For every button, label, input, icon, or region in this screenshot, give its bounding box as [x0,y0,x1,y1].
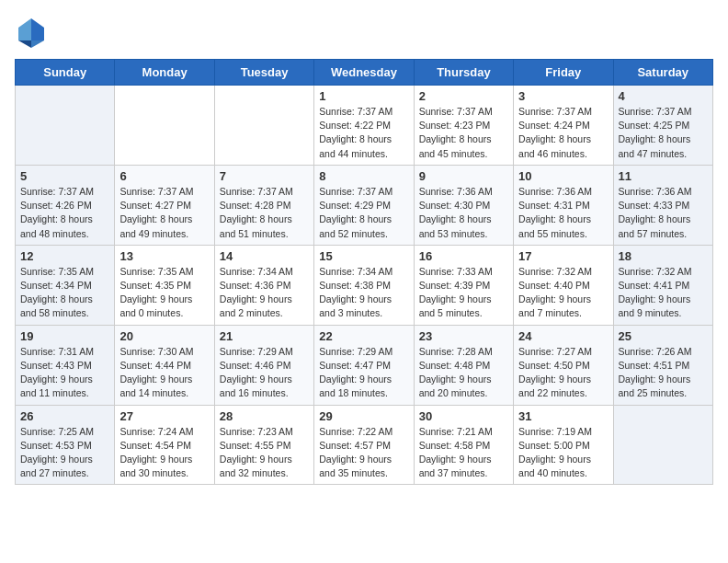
day-info: Sunrise: 7:34 AM Sunset: 4:38 PM Dayligh… [319,265,408,321]
day-info: Sunrise: 7:24 AM Sunset: 4:54 PM Dayligh… [119,425,209,481]
calendar-cell: 28Sunrise: 7:23 AM Sunset: 4:55 PM Dayli… [214,405,313,485]
svg-marker-0 [31,18,44,40]
calendar-cell: 31Sunrise: 7:19 AM Sunset: 5:00 PM Dayli… [514,405,613,485]
day-number: 17 [518,249,608,263]
day-info: Sunrise: 7:37 AM Sunset: 4:23 PM Dayligh… [419,105,508,161]
calendar-cell: 4Sunrise: 7:37 AM Sunset: 4:25 PM Daylig… [613,86,712,166]
day-number: 6 [119,169,209,183]
calendar-cell: 8Sunrise: 7:37 AM Sunset: 4:29 PM Daylig… [314,165,414,245]
day-info: Sunrise: 7:25 AM Sunset: 4:53 PM Dayligh… [20,425,109,481]
calendar-cell: 24Sunrise: 7:27 AM Sunset: 4:50 PM Dayli… [514,325,613,405]
day-number: 30 [419,409,508,423]
svg-marker-1 [18,18,31,40]
day-info: Sunrise: 7:29 AM Sunset: 4:47 PM Dayligh… [319,345,408,401]
day-number: 22 [319,329,408,343]
calendar-cell: 10Sunrise: 7:36 AM Sunset: 4:31 PM Dayli… [514,165,613,245]
day-info: Sunrise: 7:21 AM Sunset: 4:58 PM Dayligh… [419,425,508,481]
svg-marker-2 [18,40,31,48]
column-header-sunday: Sunday [16,60,115,86]
logo-icon [15,15,48,48]
day-number: 18 [619,249,708,263]
day-number: 11 [619,169,708,183]
day-info: Sunrise: 7:37 AM Sunset: 4:22 PM Dayligh… [319,105,408,161]
day-info: Sunrise: 7:36 AM Sunset: 4:33 PM Dayligh… [619,185,708,241]
calendar-cell: 21Sunrise: 7:29 AM Sunset: 4:46 PM Dayli… [214,325,313,405]
day-number: 3 [518,89,608,103]
logo [15,15,51,48]
column-header-wednesday: Wednesday [314,60,414,86]
day-info: Sunrise: 7:37 AM Sunset: 4:28 PM Dayligh… [220,185,309,241]
day-number: 12 [20,249,109,263]
column-header-monday: Monday [115,60,214,86]
day-number: 4 [619,89,708,103]
day-number: 25 [619,329,708,343]
day-info: Sunrise: 7:37 AM Sunset: 4:25 PM Dayligh… [619,105,708,161]
day-number: 8 [319,169,408,183]
calendar-cell: 30Sunrise: 7:21 AM Sunset: 4:58 PM Dayli… [414,405,513,485]
day-number: 15 [319,249,408,263]
calendar-cell: 26Sunrise: 7:25 AM Sunset: 4:53 PM Dayli… [16,405,115,485]
calendar-cell: 16Sunrise: 7:33 AM Sunset: 4:39 PM Dayli… [414,245,513,325]
page-header [15,15,713,48]
calendar-cell: 29Sunrise: 7:22 AM Sunset: 4:57 PM Dayli… [314,405,414,485]
calendar-cell: 1Sunrise: 7:37 AM Sunset: 4:22 PM Daylig… [314,86,414,166]
day-number: 19 [20,329,109,343]
day-number: 21 [220,329,309,343]
calendar-cell: 12Sunrise: 7:35 AM Sunset: 4:34 PM Dayli… [16,245,115,325]
calendar-cell: 22Sunrise: 7:29 AM Sunset: 4:47 PM Dayli… [314,325,414,405]
day-info: Sunrise: 7:32 AM Sunset: 4:40 PM Dayligh… [518,265,608,321]
calendar-cell: 11Sunrise: 7:36 AM Sunset: 4:33 PM Dayli… [613,165,712,245]
day-number: 31 [518,409,608,423]
day-number: 7 [220,169,309,183]
calendar-cell: 20Sunrise: 7:30 AM Sunset: 4:44 PM Dayli… [115,325,214,405]
calendar-cell [613,405,712,485]
calendar-cell: 3Sunrise: 7:37 AM Sunset: 4:24 PM Daylig… [514,86,613,166]
day-info: Sunrise: 7:26 AM Sunset: 4:51 PM Dayligh… [619,345,708,401]
calendar-cell: 14Sunrise: 7:34 AM Sunset: 4:36 PM Dayli… [214,245,313,325]
day-info: Sunrise: 7:37 AM Sunset: 4:24 PM Dayligh… [518,105,608,161]
calendar-cell: 5Sunrise: 7:37 AM Sunset: 4:26 PM Daylig… [16,165,115,245]
calendar-cell: 9Sunrise: 7:36 AM Sunset: 4:30 PM Daylig… [414,165,513,245]
calendar-cell: 15Sunrise: 7:34 AM Sunset: 4:38 PM Dayli… [314,245,414,325]
calendar-table: SundayMondayTuesdayWednesdayThursdayFrid… [15,59,713,485]
day-info: Sunrise: 7:37 AM Sunset: 4:26 PM Dayligh… [20,185,109,241]
day-number: 29 [319,409,408,423]
day-number: 13 [119,249,209,263]
day-info: Sunrise: 7:32 AM Sunset: 4:41 PM Dayligh… [619,265,708,321]
day-info: Sunrise: 7:23 AM Sunset: 4:55 PM Dayligh… [220,425,309,481]
day-info: Sunrise: 7:31 AM Sunset: 4:43 PM Dayligh… [20,345,109,401]
day-info: Sunrise: 7:35 AM Sunset: 4:34 PM Dayligh… [20,265,109,321]
column-header-tuesday: Tuesday [214,60,313,86]
column-header-friday: Friday [514,60,613,86]
day-number: 23 [419,329,508,343]
day-number: 20 [119,329,209,343]
calendar-cell: 18Sunrise: 7:32 AM Sunset: 4:41 PM Dayli… [613,245,712,325]
calendar-cell [115,86,214,166]
calendar-cell: 23Sunrise: 7:28 AM Sunset: 4:48 PM Dayli… [414,325,513,405]
day-info: Sunrise: 7:37 AM Sunset: 4:27 PM Dayligh… [119,185,209,241]
day-number: 9 [419,169,508,183]
column-header-saturday: Saturday [613,60,712,86]
day-number: 10 [518,169,608,183]
week-row-2: 5Sunrise: 7:37 AM Sunset: 4:26 PM Daylig… [16,165,713,245]
day-info: Sunrise: 7:35 AM Sunset: 4:35 PM Dayligh… [119,265,209,321]
day-info: Sunrise: 7:36 AM Sunset: 4:31 PM Dayligh… [518,185,608,241]
day-number: 14 [220,249,309,263]
day-info: Sunrise: 7:33 AM Sunset: 4:39 PM Dayligh… [419,265,508,321]
calendar-cell: 13Sunrise: 7:35 AM Sunset: 4:35 PM Dayli… [115,245,214,325]
day-info: Sunrise: 7:34 AM Sunset: 4:36 PM Dayligh… [220,265,309,321]
calendar-cell: 25Sunrise: 7:26 AM Sunset: 4:51 PM Dayli… [613,325,712,405]
calendar-cell: 7Sunrise: 7:37 AM Sunset: 4:28 PM Daylig… [214,165,313,245]
week-row-5: 26Sunrise: 7:25 AM Sunset: 4:53 PM Dayli… [16,405,713,485]
day-info: Sunrise: 7:36 AM Sunset: 4:30 PM Dayligh… [419,185,508,241]
calendar-cell [16,86,115,166]
calendar-cell: 27Sunrise: 7:24 AM Sunset: 4:54 PM Dayli… [115,405,214,485]
day-number: 27 [119,409,209,423]
calendar-cell [214,86,313,166]
day-info: Sunrise: 7:30 AM Sunset: 4:44 PM Dayligh… [119,345,209,401]
day-info: Sunrise: 7:28 AM Sunset: 4:48 PM Dayligh… [419,345,508,401]
day-number: 24 [518,329,608,343]
day-number: 1 [319,89,408,103]
day-info: Sunrise: 7:37 AM Sunset: 4:29 PM Dayligh… [319,185,408,241]
day-info: Sunrise: 7:19 AM Sunset: 5:00 PM Dayligh… [518,425,608,481]
